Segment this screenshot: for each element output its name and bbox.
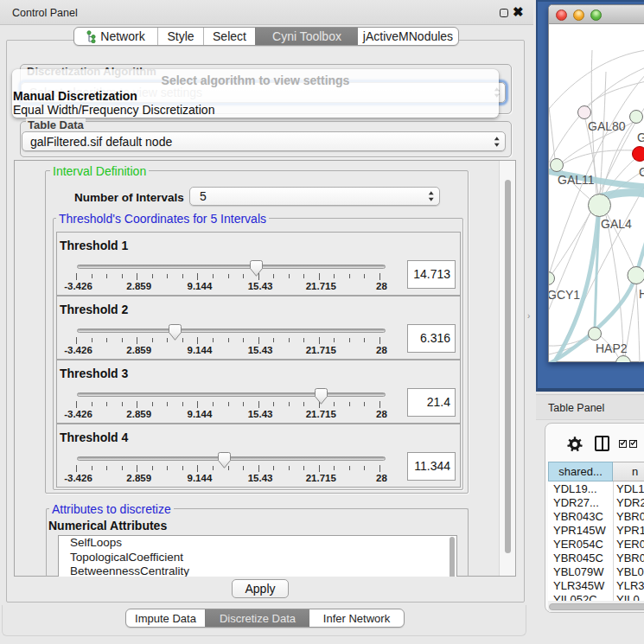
- svg-text:GCY1: GCY1: [549, 288, 580, 302]
- svg-text:GA: GA: [637, 131, 644, 144]
- svg-text:GAL80: GAL80: [588, 119, 626, 133]
- svg-text:C: C: [639, 165, 644, 179]
- svg-text:GAL11: GAL11: [558, 173, 595, 187]
- svg-text:HAP2: HAP2: [596, 341, 628, 355]
- svg-text:H: H: [639, 287, 644, 301]
- svg-text:GAL4: GAL4: [601, 217, 632, 231]
